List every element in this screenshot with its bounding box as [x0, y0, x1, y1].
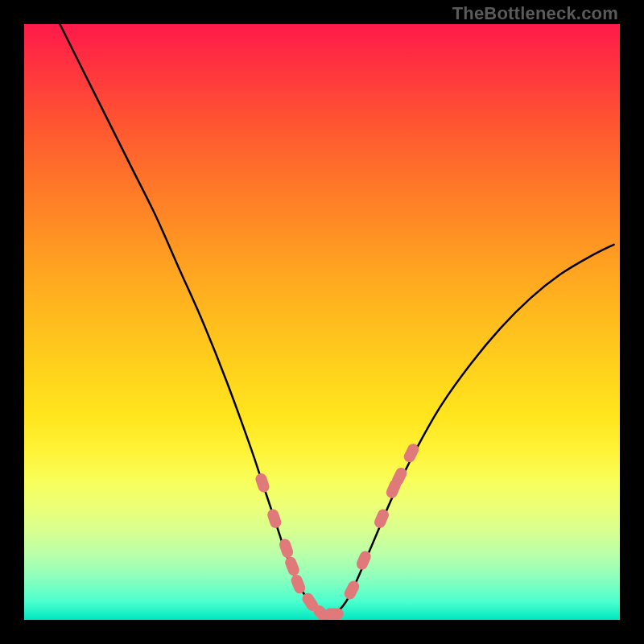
curve-marker	[289, 573, 307, 595]
watermark-text: TheBottleneck.com	[452, 3, 618, 24]
curve-marker	[283, 555, 301, 577]
curve-layer	[60, 24, 613, 615]
curve-marker	[254, 472, 271, 493]
curve-marker	[373, 507, 390, 530]
plot-area	[24, 24, 620, 620]
curve-marker	[355, 549, 373, 572]
bottleneck-curve-path	[60, 24, 613, 615]
chart-svg	[24, 24, 620, 620]
curve-marker	[324, 609, 344, 620]
curve-marker	[278, 538, 295, 559]
chart-frame: TheBottleneck.com	[0, 0, 644, 644]
curve-marker	[342, 579, 361, 601]
curve-marker	[266, 508, 283, 530]
